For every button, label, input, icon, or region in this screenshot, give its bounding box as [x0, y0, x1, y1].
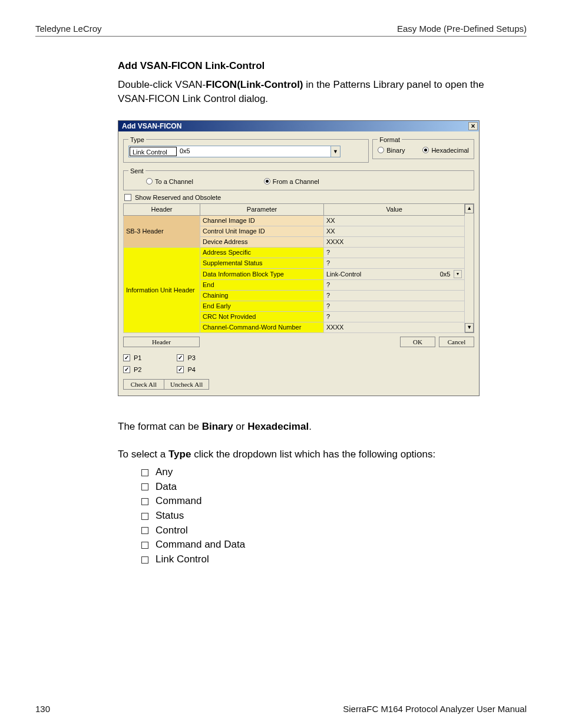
doc-title: SierraFC M164 Protocol Analyzer User Man… [343, 704, 527, 714]
radio-icon [378, 147, 384, 153]
header-left: Teledyne LeCroy [35, 24, 102, 34]
scroll-up-icon[interactable]: ▲ [465, 204, 474, 213]
checkbox-icon [123, 354, 130, 361]
list-item: Status [141, 509, 515, 523]
dialog-title: Add VSAN-FICON [122, 122, 181, 130]
ok-button[interactable]: OK [400, 337, 435, 347]
table-row: Information Unit HeaderAddress Specific? [124, 247, 465, 258]
value-cell[interactable]: XXXX [324, 236, 465, 247]
checkbox-icon [177, 366, 184, 373]
value-cell[interactable]: XX [324, 215, 465, 226]
list-item: Data [141, 480, 515, 495]
format-group: Format Binary Hexadecimal [372, 136, 474, 159]
type-options-list: AnyDataCommandStatusControlCommand and D… [118, 465, 515, 566]
value-cell[interactable]: ? [324, 279, 465, 290]
format-paragraph: The format can be Binary or Hexadecimal. [118, 420, 515, 434]
parameter-cell: Channel-Command-Word Number [200, 322, 324, 332]
sent-to-channel-radio[interactable]: To a Channel [146, 178, 193, 185]
radio-icon [422, 147, 429, 153]
checkbox-icon [123, 366, 130, 373]
page-footer: 130 SierraFC M164 Protocol Analyzer User… [35, 704, 527, 714]
parameter-cell: Data Information Block Type [200, 268, 324, 279]
table-scrollbar[interactable]: ▲ ▼ [465, 203, 474, 333]
value-cell[interactable]: ? [324, 290, 465, 301]
value-cell[interactable]: XXXX [324, 322, 465, 332]
port-p2-checkbox[interactable]: P2 [123, 366, 141, 373]
type-paragraph: To select a Type click the dropdown list… [118, 447, 515, 462]
parameter-cell: Control Unit Image ID [200, 226, 324, 236]
type-group: Type Link Control 0x5 ▼ [123, 136, 369, 163]
port-p1-checkbox[interactable]: P1 [123, 354, 141, 361]
parameter-cell: Supplemental Status [200, 258, 324, 268]
port-p3-checkbox[interactable]: P3 [177, 354, 195, 361]
show-reserved-checkbox[interactable]: Show Reserved and Obsolete [124, 194, 474, 201]
parameter-cell: CRC Not Provided [200, 311, 324, 322]
parameter-cell: End Early [200, 301, 324, 311]
list-item: Any [141, 465, 515, 480]
parameter-cell: Device Address [200, 236, 324, 247]
ports-section: P1 P2 P3 P4 [123, 354, 474, 373]
uncheck-all-button[interactable]: Uncheck All [164, 379, 209, 390]
value-cell[interactable]: ? [324, 247, 465, 258]
checkbox-icon [177, 354, 184, 361]
table-row: SB-3 HeaderChannel Image IDXX [124, 215, 465, 226]
group-header-cell: Information Unit Header [124, 247, 200, 332]
header-right: Easy Mode (Pre-Defined Setups) [397, 24, 527, 34]
value-cell[interactable]: ? [324, 258, 465, 268]
type-legend: Type [128, 136, 146, 143]
intro-paragraph: Double-click VSAN-FICON(Link-Control) in… [118, 78, 515, 106]
header-button[interactable]: Header [123, 337, 200, 347]
scroll-down-icon[interactable]: ▼ [465, 323, 474, 332]
dialog-titlebar: Add VSAN-FICON × [118, 121, 479, 131]
col-value[interactable]: Value [324, 203, 465, 215]
format-legend: Format [378, 136, 402, 143]
parameter-table: Header Parameter Value SB-3 HeaderChanne… [123, 203, 465, 333]
value-cell[interactable]: ? [324, 301, 465, 311]
type-code: 0x5 [177, 146, 330, 157]
chevron-down-icon[interactable]: ▾ [454, 270, 462, 278]
radio-icon [146, 178, 153, 185]
parameter-cell: Address Specific [200, 247, 324, 258]
group-header-cell: SB-3 Header [124, 215, 200, 247]
parameter-cell: Chaining [200, 290, 324, 301]
type-dropdown[interactable]: Link Control 0x5 ▼ [128, 146, 340, 157]
check-all-button[interactable]: Check All [123, 379, 164, 390]
vsan-ficon-dialog: Add VSAN-FICON × Type Link Control 0x5 ▼… [118, 120, 480, 396]
close-icon[interactable]: × [468, 122, 478, 130]
list-item: Command [141, 494, 515, 509]
port-p4-checkbox[interactable]: P4 [177, 366, 195, 373]
checkbox-icon [124, 194, 131, 201]
type-selected: Link Control [130, 147, 177, 156]
value-cell[interactable]: ? [324, 311, 465, 322]
list-item: Command and Data [141, 538, 515, 552]
value-cell[interactable]: Link-Control0x5▾ [324, 268, 465, 279]
section-title: Add VSAN-FICON Link-Control [118, 60, 515, 72]
parameter-cell: Channel Image ID [200, 215, 324, 226]
sent-group: Sent To a Channel From a Channel [123, 167, 474, 190]
format-hex-radio[interactable]: Hexadecimal [422, 147, 469, 154]
sent-legend: Sent [128, 167, 146, 174]
list-item: Control [141, 523, 515, 538]
sent-from-channel-radio[interactable]: From a Channel [264, 178, 319, 185]
list-item: Link Control [141, 552, 515, 567]
col-parameter[interactable]: Parameter [200, 203, 324, 215]
format-binary-radio[interactable]: Binary [378, 147, 405, 154]
chevron-down-icon[interactable]: ▼ [330, 146, 340, 157]
value-cell[interactable]: XX [324, 226, 465, 236]
parameter-cell: End [200, 279, 324, 290]
radio-icon [264, 178, 270, 185]
page-number: 130 [35, 704, 50, 714]
col-header[interactable]: Header [124, 203, 200, 215]
cancel-button[interactable]: Cancel [439, 337, 474, 347]
page-header: Teledyne LeCroy Easy Mode (Pre-Defined S… [35, 24, 527, 37]
